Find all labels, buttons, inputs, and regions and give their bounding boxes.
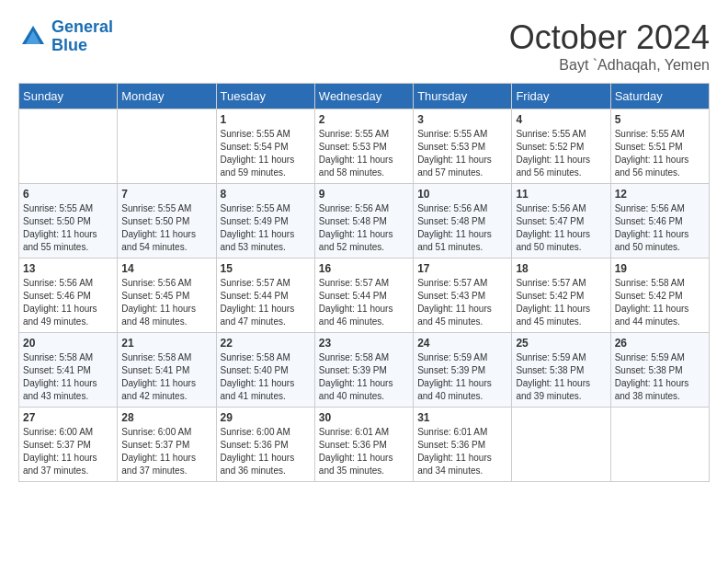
day-number: 6: [23, 188, 113, 201]
logo-line2: Blue: [51, 37, 113, 55]
day-info: Sunrise: 5:56 AM Sunset: 5:47 PM Dayligh…: [516, 202, 606, 254]
day-cell: 21Sunrise: 5:58 AM Sunset: 5:41 PM Dayli…: [118, 333, 216, 408]
day-cell: 11Sunrise: 5:56 AM Sunset: 5:47 PM Dayli…: [512, 184, 610, 259]
day-header-tuesday: Tuesday: [216, 84, 314, 109]
day-info: Sunrise: 6:00 AM Sunset: 5:37 PM Dayligh…: [121, 426, 211, 477]
day-number: 27: [23, 411, 113, 424]
day-number: 17: [417, 262, 507, 275]
day-info: Sunrise: 5:58 AM Sunset: 5:42 PM Dayligh…: [615, 277, 705, 328]
day-header-friday: Friday: [512, 84, 610, 109]
day-cell: 16Sunrise: 5:57 AM Sunset: 5:44 PM Dayli…: [314, 259, 413, 333]
logo: General Blue: [18, 18, 113, 55]
day-cell: 9Sunrise: 5:56 AM Sunset: 5:48 PM Daylig…: [314, 184, 413, 259]
day-number: 18: [516, 262, 606, 275]
day-info: Sunrise: 5:57 AM Sunset: 5:44 PM Dayligh…: [221, 277, 311, 328]
day-number: 7: [121, 188, 211, 201]
day-cell: 2Sunrise: 5:55 AM Sunset: 5:53 PM Daylig…: [314, 109, 413, 184]
day-number: 31: [417, 411, 507, 424]
day-info: Sunrise: 5:56 AM Sunset: 5:46 PM Dayligh…: [615, 202, 705, 254]
day-info: Sunrise: 5:55 AM Sunset: 5:53 PM Dayligh…: [417, 128, 507, 179]
day-number: 19: [615, 262, 705, 275]
week-row-5: 27Sunrise: 6:00 AM Sunset: 5:37 PM Dayli…: [19, 408, 710, 482]
day-number: 30: [319, 411, 409, 424]
day-cell: 18Sunrise: 5:57 AM Sunset: 5:42 PM Dayli…: [512, 259, 610, 333]
day-cell: 31Sunrise: 6:01 AM Sunset: 5:36 PM Dayli…: [414, 408, 512, 482]
day-info: Sunrise: 5:55 AM Sunset: 5:52 PM Dayligh…: [516, 128, 606, 179]
day-header-sunday: Sunday: [19, 84, 118, 109]
day-number: 3: [417, 113, 507, 126]
day-number: 29: [221, 411, 311, 424]
week-row-3: 13Sunrise: 5:56 AM Sunset: 5:46 PM Dayli…: [19, 259, 710, 333]
title-block: October 2024 Bayt `Adhaqah, Yemen: [509, 18, 710, 74]
day-info: Sunrise: 5:55 AM Sunset: 5:53 PM Dayligh…: [319, 128, 409, 179]
day-number: 28: [121, 411, 211, 424]
day-cell: 8Sunrise: 5:55 AM Sunset: 5:49 PM Daylig…: [216, 184, 314, 259]
page-header: General Blue October 2024 Bayt `Adhaqah,…: [18, 18, 710, 74]
day-header-monday: Monday: [118, 84, 216, 109]
day-number: 8: [221, 188, 311, 201]
day-info: Sunrise: 5:58 AM Sunset: 5:41 PM Dayligh…: [121, 351, 211, 403]
day-info: Sunrise: 5:58 AM Sunset: 5:41 PM Dayligh…: [23, 351, 113, 403]
day-cell: [118, 109, 216, 184]
day-info: Sunrise: 5:55 AM Sunset: 5:50 PM Dayligh…: [23, 202, 113, 254]
day-cell: 5Sunrise: 5:55 AM Sunset: 5:51 PM Daylig…: [610, 109, 709, 184]
day-info: Sunrise: 5:59 AM Sunset: 5:38 PM Dayligh…: [516, 351, 606, 403]
day-number: 15: [221, 262, 311, 275]
day-cell: 15Sunrise: 5:57 AM Sunset: 5:44 PM Dayli…: [216, 259, 314, 333]
day-cell: 30Sunrise: 6:01 AM Sunset: 5:36 PM Dayli…: [314, 408, 413, 482]
day-cell: 13Sunrise: 5:56 AM Sunset: 5:46 PM Dayli…: [19, 259, 118, 333]
day-number: 21: [121, 337, 211, 350]
day-info: Sunrise: 5:56 AM Sunset: 5:45 PM Dayligh…: [121, 277, 211, 328]
day-info: Sunrise: 6:01 AM Sunset: 5:36 PM Dayligh…: [319, 426, 409, 477]
day-number: 24: [417, 337, 507, 350]
day-number: 5: [615, 113, 705, 126]
day-cell: 14Sunrise: 5:56 AM Sunset: 5:45 PM Dayli…: [118, 259, 216, 333]
day-cell: 28Sunrise: 6:00 AM Sunset: 5:37 PM Dayli…: [118, 408, 216, 482]
day-info: Sunrise: 5:56 AM Sunset: 5:48 PM Dayligh…: [417, 202, 507, 254]
month-title: October 2024: [509, 18, 710, 57]
day-cell: 6Sunrise: 5:55 AM Sunset: 5:50 PM Daylig…: [19, 184, 118, 259]
day-number: 4: [516, 113, 606, 126]
day-cell: 7Sunrise: 5:55 AM Sunset: 5:50 PM Daylig…: [118, 184, 216, 259]
day-cell: [512, 408, 610, 482]
calendar-table: SundayMondayTuesdayWednesdayThursdayFrid…: [18, 83, 710, 482]
day-info: Sunrise: 5:56 AM Sunset: 5:48 PM Dayligh…: [319, 202, 409, 254]
day-info: Sunrise: 5:57 AM Sunset: 5:42 PM Dayligh…: [516, 277, 606, 328]
day-number: 10: [417, 188, 507, 201]
day-info: Sunrise: 5:58 AM Sunset: 5:39 PM Dayligh…: [319, 351, 409, 403]
day-number: 23: [319, 337, 409, 350]
header-row: SundayMondayTuesdayWednesdayThursdayFrid…: [19, 84, 710, 109]
day-cell: 3Sunrise: 5:55 AM Sunset: 5:53 PM Daylig…: [414, 109, 512, 184]
day-cell: 22Sunrise: 5:58 AM Sunset: 5:40 PM Dayli…: [216, 333, 314, 408]
day-cell: 1Sunrise: 5:55 AM Sunset: 5:54 PM Daylig…: [216, 109, 314, 184]
day-info: Sunrise: 6:00 AM Sunset: 5:36 PM Dayligh…: [221, 426, 311, 477]
day-number: 26: [615, 337, 705, 350]
location-subtitle: Bayt `Adhaqah, Yemen: [509, 57, 710, 74]
day-cell: 20Sunrise: 5:58 AM Sunset: 5:41 PM Dayli…: [19, 333, 118, 408]
day-cell: [19, 109, 118, 184]
day-cell: 24Sunrise: 5:59 AM Sunset: 5:39 PM Dayli…: [414, 333, 512, 408]
day-number: 14: [121, 262, 211, 275]
logo-icon: [18, 22, 48, 52]
day-number: 13: [23, 262, 113, 275]
day-cell: 29Sunrise: 6:00 AM Sunset: 5:36 PM Dayli…: [216, 408, 314, 482]
day-info: Sunrise: 5:55 AM Sunset: 5:49 PM Dayligh…: [221, 202, 311, 254]
day-info: Sunrise: 5:57 AM Sunset: 5:43 PM Dayligh…: [417, 277, 507, 328]
week-row-2: 6Sunrise: 5:55 AM Sunset: 5:50 PM Daylig…: [19, 184, 710, 259]
day-number: 12: [615, 188, 705, 201]
day-info: Sunrise: 5:57 AM Sunset: 5:44 PM Dayligh…: [319, 277, 409, 328]
day-header-thursday: Thursday: [414, 84, 512, 109]
day-header-saturday: Saturday: [610, 84, 709, 109]
day-info: Sunrise: 5:59 AM Sunset: 5:38 PM Dayligh…: [615, 351, 705, 403]
day-number: 9: [319, 188, 409, 201]
day-info: Sunrise: 5:55 AM Sunset: 5:54 PM Dayligh…: [221, 128, 311, 179]
day-cell: [610, 408, 709, 482]
week-row-4: 20Sunrise: 5:58 AM Sunset: 5:41 PM Dayli…: [19, 333, 710, 408]
day-info: Sunrise: 5:59 AM Sunset: 5:39 PM Dayligh…: [417, 351, 507, 403]
day-cell: 12Sunrise: 5:56 AM Sunset: 5:46 PM Dayli…: [610, 184, 709, 259]
day-info: Sunrise: 5:56 AM Sunset: 5:46 PM Dayligh…: [23, 277, 113, 328]
logo-line1: General: [51, 17, 113, 36]
day-cell: 19Sunrise: 5:58 AM Sunset: 5:42 PM Dayli…: [610, 259, 709, 333]
day-number: 1: [221, 113, 311, 126]
day-cell: 25Sunrise: 5:59 AM Sunset: 5:38 PM Dayli…: [512, 333, 610, 408]
